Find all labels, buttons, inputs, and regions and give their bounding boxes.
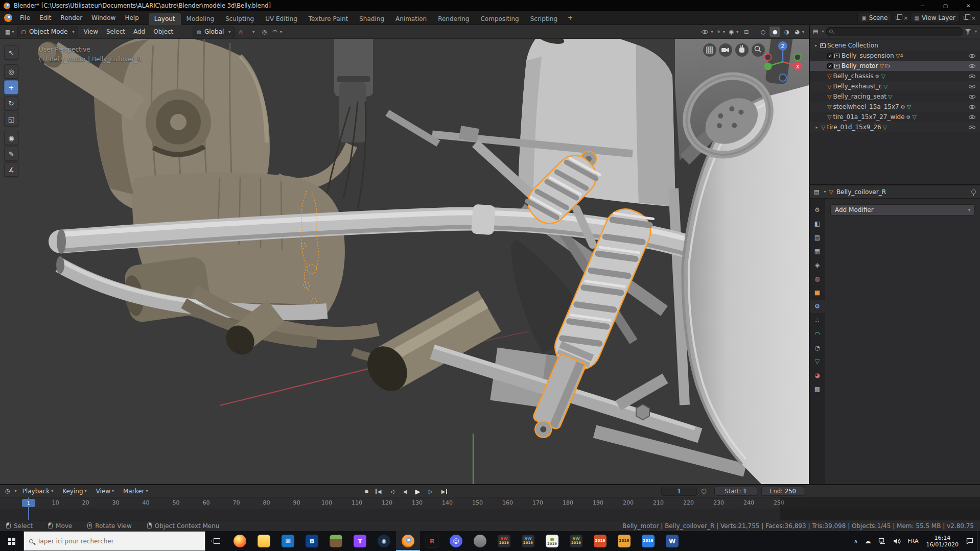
outliner-item-label[interactable]: Belly_suspension xyxy=(842,52,894,59)
blue-app-icon[interactable]: B xyxy=(300,531,324,551)
workspace-tab[interactable]: UV Editing xyxy=(260,13,303,25)
tab-constraints[interactable]: ◔ xyxy=(810,341,825,354)
minimize-button[interactable]: ─ xyxy=(911,0,934,11)
workspace-tab[interactable]: Shading xyxy=(354,13,390,25)
shading-wireframe-button[interactable]: ○ xyxy=(758,27,768,37)
proportional-falloff-dropdown[interactable]: ◠▾ xyxy=(271,27,284,37)
mode-dropdown[interactable]: ▢ Object Mode ▾ xyxy=(17,27,78,37)
object-visibility-dropdown[interactable]: ▾ xyxy=(699,27,715,37)
visibility-eye-icon[interactable] xyxy=(968,53,976,59)
file-explorer-icon[interactable] xyxy=(252,531,276,551)
jump-end-button[interactable]: ▶ xyxy=(437,486,449,496)
frame-end-field[interactable]: End: 250 xyxy=(761,487,804,496)
workspace-tab[interactable]: Sculpting xyxy=(220,13,260,25)
outliner-row[interactable]: ▽ Belly_racing_seat ▽ xyxy=(810,91,980,102)
start-button[interactable] xyxy=(0,531,24,551)
cursor-tool[interactable]: ◎ xyxy=(4,64,18,79)
next-keyframe-button[interactable]: ▷ xyxy=(425,486,436,496)
overlays-dropdown[interactable]: ◉▾ xyxy=(728,27,740,37)
properties-editor-icon[interactable]: ▤ xyxy=(814,188,819,195)
rotate-tool[interactable]: ↻ xyxy=(4,96,18,110)
snapping-dropdown[interactable]: ▾ xyxy=(247,27,258,37)
expand-caret-icon[interactable]: ▸ xyxy=(814,125,820,130)
menu-item[interactable]: Window xyxy=(87,11,120,25)
current-frame-field[interactable]: 1 xyxy=(661,487,697,496)
word-icon[interactable]: W xyxy=(660,531,684,551)
outliner-row[interactable]: ▽ tire_01a_15x7_27_wide ⚙ ▽ xyxy=(810,112,980,122)
outliner-item-label[interactable]: Belly_motor xyxy=(842,62,878,69)
frame-start-field[interactable]: Start: 1 xyxy=(714,487,757,496)
timeline-menu-item[interactable]: Marker▾ xyxy=(119,485,153,497)
visibility-eye-icon[interactable] xyxy=(968,104,976,110)
gimp-icon[interactable] xyxy=(468,531,492,551)
new-scene-icon[interactable] xyxy=(896,16,900,20)
twitch-icon[interactable]: T xyxy=(348,531,372,551)
onedrive-cloud-icon[interactable]: ☁ xyxy=(861,531,875,551)
3d-viewport[interactable]: Z X ▦▾ ▢ Object Mode ▾ ViewSelectAddObje… xyxy=(0,25,809,484)
preview-range-clock-icon[interactable]: ◷ xyxy=(701,487,706,494)
transform-orientation-dropdown[interactable]: ◍ Global ▾ xyxy=(193,27,235,37)
visualize-2019-icon[interactable]: 2019 xyxy=(612,531,636,551)
workspace-tab[interactable]: Compositing xyxy=(475,13,524,25)
tab-texture[interactable]: ▩ xyxy=(810,382,825,396)
pin-icon[interactable] xyxy=(971,189,976,194)
viewport-menu-item[interactable]: Select xyxy=(102,25,129,39)
keyboard-language[interactable]: FRA xyxy=(904,531,922,551)
ortho-grid-button[interactable] xyxy=(703,43,716,57)
viewport-menu-item[interactable]: View xyxy=(79,25,102,39)
prev-keyframe-button[interactable]: ◁ xyxy=(386,486,398,496)
select-box-tool[interactable]: ↖ xyxy=(4,45,18,60)
outliner-row[interactable]: ▽ Belly_chassis ⚙ ▽ xyxy=(810,71,980,81)
blender-menu-icon[interactable] xyxy=(4,14,12,22)
outliner-row[interactable]: Belly_motor ▽15 xyxy=(810,61,980,71)
timeline-menu-item[interactable]: Playback▾ xyxy=(18,485,58,497)
visibility-eye-icon[interactable] xyxy=(968,93,976,100)
menu-item[interactable]: File xyxy=(15,11,35,25)
playhead-frame-badge[interactable]: 1 xyxy=(22,499,35,507)
tab-render[interactable]: ◧ xyxy=(810,217,825,230)
xray-toggle[interactable]: ⊡ xyxy=(741,27,752,37)
action-center-icon[interactable] xyxy=(963,531,977,551)
visibility-eye-icon[interactable] xyxy=(968,63,976,69)
workspace-tab[interactable]: Modeling xyxy=(181,13,220,25)
snapping-toggle[interactable]: ∩ xyxy=(236,27,246,37)
workspace-tab[interactable]: Scripting xyxy=(525,13,563,25)
composer-2019-icon[interactable]: 2019 xyxy=(588,531,612,551)
viewport-menu-item[interactable]: Object xyxy=(149,25,177,39)
steam-icon[interactable]: ◉ xyxy=(372,531,396,551)
workspace-tab[interactable]: Texture Paint xyxy=(303,13,354,25)
outliner-row[interactable]: Belly_suspension ▽4 xyxy=(810,51,980,61)
outliner-row[interactable]: ▸ ▽ tire_01d_15x9_26 ▽ xyxy=(810,122,980,132)
timeline-menu-item[interactable]: View▾ xyxy=(91,485,119,497)
maximize-button[interactable]: ▢ xyxy=(934,0,957,11)
collection-checkbox[interactable] xyxy=(827,53,833,59)
expand-caret-icon[interactable]: ▾ xyxy=(813,43,819,48)
outliner-item-label[interactable]: Belly_racing_seat xyxy=(833,93,886,100)
visibility-eye-icon[interactable] xyxy=(968,83,976,90)
menu-item[interactable]: Edit xyxy=(35,11,56,25)
tab-output[interactable]: ▤ xyxy=(810,231,825,244)
tab-object[interactable]: ■ xyxy=(810,286,825,299)
tab-material[interactable]: ◕ xyxy=(810,369,825,382)
add-modifier-dropdown[interactable]: Add Modifier ▾ xyxy=(830,204,975,215)
tab-view-layer[interactable]: ▦ xyxy=(810,245,825,258)
play-button[interactable]: ▶ xyxy=(412,486,424,496)
outliner-item-label[interactable]: Scene Collection xyxy=(827,42,878,49)
menu-item[interactable]: Help xyxy=(120,11,143,25)
tab-particles[interactable]: ∴ xyxy=(810,314,825,327)
shading-solid-button[interactable]: ● xyxy=(769,27,780,37)
annotate-tool[interactable]: ✎ xyxy=(4,147,18,161)
move-tool[interactable]: + xyxy=(4,80,18,94)
shading-material-button[interactable]: ◑ xyxy=(781,27,792,37)
discord-icon[interactable]: ☺ xyxy=(444,531,468,551)
editor-type-button[interactable]: ▦▾ xyxy=(3,27,16,37)
tab-scene[interactable]: ◈ xyxy=(810,258,825,272)
record-button[interactable]: ● xyxy=(361,486,372,496)
solidworks-icon[interactable]: SW 2019 xyxy=(492,531,516,551)
app-2019-icon[interactable]: 2019 xyxy=(636,531,660,551)
scale-tool[interactable]: ◱ xyxy=(4,112,18,126)
hidden-icons-chevron[interactable]: ∧ xyxy=(850,531,861,551)
show-desktop-strip[interactable] xyxy=(977,531,980,551)
outliner-item-label[interactable]: tire_01a_15x7_27_wide xyxy=(833,113,904,121)
delete-scene-icon[interactable]: × xyxy=(903,15,908,21)
